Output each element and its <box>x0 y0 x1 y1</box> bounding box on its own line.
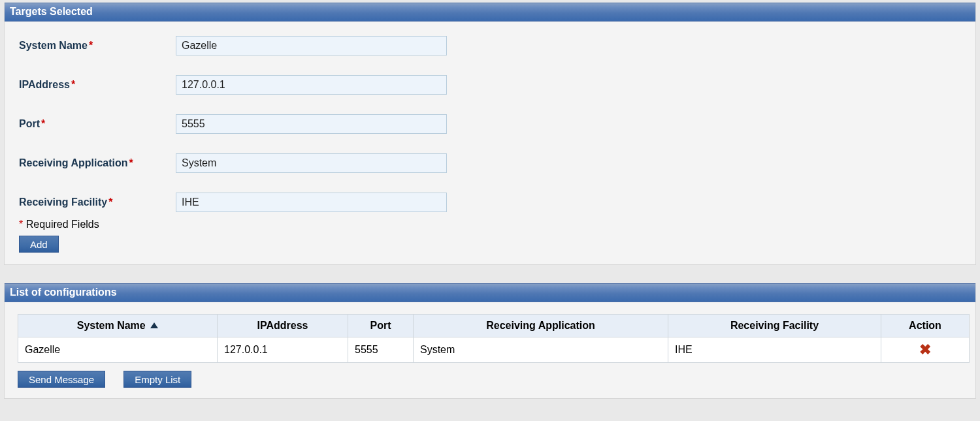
sort-asc-icon <box>150 322 158 328</box>
input-recv-app[interactable] <box>176 153 447 173</box>
input-system-name[interactable] <box>176 36 447 55</box>
required-star: * <box>41 118 45 129</box>
label-port-text: Port <box>19 118 40 129</box>
row-port: Port* <box>19 114 961 134</box>
required-star: * <box>89 40 93 51</box>
required-star-note: * <box>19 219 23 230</box>
row-ip-address: IPAddress* <box>19 75 961 95</box>
cell-recv-app: System <box>414 337 668 363</box>
required-star: * <box>129 157 133 168</box>
label-port: Port* <box>19 118 176 130</box>
label-recv-fac-text: Receiving Facility <box>19 196 107 208</box>
required-fields-note-text: Required Fields <box>26 219 99 230</box>
col-header-ip-address[interactable]: IPAddress <box>218 315 348 337</box>
cell-action: ✖ <box>881 337 970 363</box>
label-system-name: System Name* <box>19 40 176 52</box>
panel-title-targets: Targets Selected <box>5 3 975 22</box>
required-fields-note: * Required Fields <box>19 219 961 230</box>
col-header-port[interactable]: Port <box>348 315 414 337</box>
targets-selected-panel: Targets Selected System Name* IPAddress*… <box>4 3 976 265</box>
col-header-action: Action <box>881 315 970 337</box>
input-ip-address[interactable] <box>176 75 447 95</box>
delete-icon[interactable]: ✖ <box>919 341 931 358</box>
row-system-name: System Name* <box>19 36 961 55</box>
cell-port: 5555 <box>348 337 414 363</box>
list-body: System Name IPAddress Port Receiving App… <box>5 302 975 398</box>
label-ip-address-text: IPAddress <box>19 79 70 90</box>
label-recv-app: Receiving Application* <box>19 157 176 169</box>
panel-title-list: List of configurations <box>5 283 975 302</box>
cell-system-name: Gazelle <box>18 337 218 363</box>
label-ip-address: IPAddress* <box>19 79 176 91</box>
configurations-table: System Name IPAddress Port Receiving App… <box>18 314 970 363</box>
targets-form: System Name* IPAddress* Port* Receiving … <box>5 22 975 264</box>
table-row: Gazelle 127.0.0.1 5555 System IHE ✖ <box>18 337 970 363</box>
col-header-recv-fac[interactable]: Receiving Facility <box>668 315 881 337</box>
col-header-system-name-text: System Name <box>77 320 146 331</box>
list-configurations-panel: List of configurations System Name IPAdd… <box>4 283 976 399</box>
table-header-row: System Name IPAddress Port Receiving App… <box>18 315 970 337</box>
empty-list-button[interactable]: Empty List <box>123 371 191 388</box>
cell-recv-fac: IHE <box>668 337 881 363</box>
row-recv-app: Receiving Application* <box>19 153 961 173</box>
add-button[interactable]: Add <box>19 236 59 253</box>
list-buttons: Send Message Empty List <box>18 371 962 388</box>
label-recv-app-text: Receiving Application <box>19 157 128 168</box>
input-port[interactable] <box>176 114 447 134</box>
required-star: * <box>71 79 75 90</box>
col-header-system-name[interactable]: System Name <box>18 315 218 337</box>
input-recv-fac[interactable] <box>176 193 447 212</box>
cell-ip-address: 127.0.0.1 <box>218 337 348 363</box>
send-message-button[interactable]: Send Message <box>18 371 105 388</box>
label-system-name-text: System Name <box>19 40 88 51</box>
required-star: * <box>108 196 112 208</box>
label-recv-fac: Receiving Facility* <box>19 196 176 208</box>
col-header-recv-app[interactable]: Receiving Application <box>414 315 668 337</box>
row-recv-fac: Receiving Facility* <box>19 193 961 212</box>
